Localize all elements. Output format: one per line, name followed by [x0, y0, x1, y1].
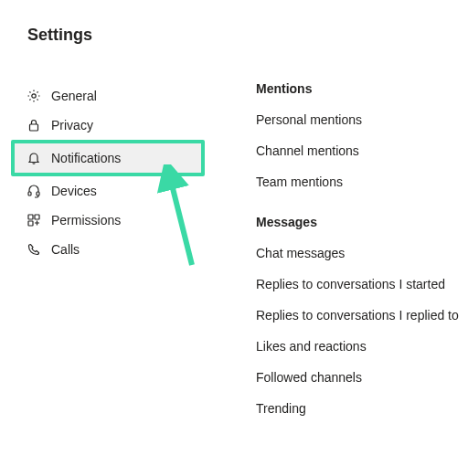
lock-icon [26, 118, 42, 132]
section-header: Mentions [256, 81, 468, 96]
apps-icon [26, 213, 42, 227]
sidebar-item-general[interactable]: General [15, 81, 210, 111]
sidebar-item-label: General [51, 89, 97, 103]
sidebar-item-permissions[interactable]: Permissions [15, 206, 210, 235]
highlight-annotation: Notifications [11, 140, 205, 176]
sidebar-item-label: Calls [51, 242, 80, 257]
sidebar-item-devices[interactable]: Devices [15, 176, 210, 206]
svg-rect-5 [35, 215, 39, 219]
svg-rect-3 [37, 192, 39, 196]
settings-panel: Mentions Personal mentions Channel menti… [210, 81, 468, 432]
section-messages: Messages Chat messages Replies to conver… [256, 215, 468, 416]
sidebar-item-label: Permissions [51, 213, 121, 227]
svg-rect-6 [28, 221, 33, 226]
option-trending[interactable]: Trending [256, 401, 468, 416]
sidebar-item-privacy[interactable]: Privacy [15, 111, 210, 140]
option-followed-channels[interactable]: Followed channels [256, 370, 468, 385]
settings-header: Settings [0, 0, 468, 45]
svg-point-0 [32, 94, 36, 98]
sidebar-item-label: Notifications [51, 151, 121, 165]
settings-content: General Privacy Notifications Devices [0, 81, 468, 432]
option-team-mentions[interactable]: Team mentions [256, 175, 468, 189]
gear-icon [26, 89, 42, 103]
section-mentions: Mentions Personal mentions Channel menti… [256, 81, 468, 189]
page-title: Settings [27, 26, 468, 45]
svg-rect-2 [28, 192, 31, 196]
settings-sidebar: General Privacy Notifications Devices [0, 81, 210, 432]
option-replies-started[interactable]: Replies to conversations I started [256, 277, 468, 291]
option-likes-reactions[interactable]: Likes and reactions [256, 339, 468, 354]
option-chat-messages[interactable]: Chat messages [256, 246, 468, 260]
bell-icon [26, 151, 42, 165]
svg-rect-4 [28, 215, 33, 219]
phone-icon [26, 242, 42, 257]
headset-icon [26, 184, 42, 198]
sidebar-item-label: Privacy [51, 118, 93, 132]
sidebar-item-label: Devices [51, 184, 97, 198]
option-personal-mentions[interactable]: Personal mentions [256, 112, 468, 127]
option-channel-mentions[interactable]: Channel mentions [256, 143, 468, 158]
section-header: Messages [256, 215, 468, 229]
svg-rect-1 [30, 124, 38, 131]
sidebar-item-calls[interactable]: Calls [15, 235, 210, 264]
sidebar-item-notifications[interactable]: Notifications [15, 143, 201, 173]
option-replies-replied[interactable]: Replies to conversations I replied to [256, 308, 468, 323]
